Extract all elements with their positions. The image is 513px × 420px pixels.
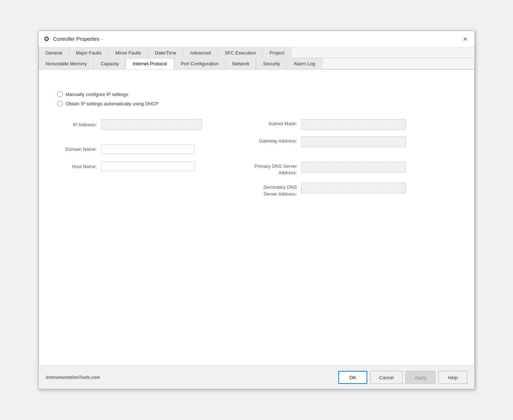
- ip-config-radio-group: Manually configure IP settings Obtain IP…: [57, 91, 456, 106]
- tab-date-time[interactable]: Date/Time: [148, 47, 183, 58]
- app-icon: ⚙: [43, 35, 50, 43]
- gateway-address-row: Gateway Address: · · · · · · ·: [234, 136, 456, 147]
- domain-name-input[interactable]: [101, 144, 195, 154]
- subnet-mask-label: Subnet Mask:: [234, 119, 297, 127]
- ip-dot-4: ·: [194, 122, 195, 127]
- help-button[interactable]: Help: [438, 371, 467, 384]
- action-buttons: OK Cancel Apply Help: [338, 371, 467, 384]
- radio-dhcp-label: Obtain IP settings automatically using D…: [66, 101, 158, 106]
- secondary-dns-row: Secondary DNS Server Address: · · · · · …: [234, 183, 456, 197]
- tab-nonvolatile-memory[interactable]: Nonvolatile Memory: [39, 58, 94, 69]
- tab-network[interactable]: Network: [225, 58, 256, 69]
- branding-text: InstrumentationTools.com: [46, 375, 100, 380]
- tab-alarm-log[interactable]: Alarm Log: [287, 58, 322, 69]
- radio-dhcp[interactable]: Obtain IP settings automatically using D…: [57, 101, 456, 106]
- radio-manual-label: Manually configure IP settings: [66, 92, 128, 97]
- host-name-row: Host Name:: [57, 162, 212, 171]
- primary-dns-input[interactable]: · · · · · · ·: [301, 162, 406, 172]
- domain-name-label: Domain Name:: [57, 146, 97, 152]
- ip-separator-2: ·: [151, 122, 152, 127]
- secondary-dns-input[interactable]: · · · · · · ·: [301, 183, 406, 193]
- tabs-row-1: General Major Faults Minor Faults Date/T…: [39, 47, 474, 58]
- form-section: IP Address: · · · · · · · Domain Name:: [57, 119, 456, 203]
- bottom-bar: InstrumentationTools.com OK Cancel Apply…: [39, 366, 474, 389]
- tab-general[interactable]: General: [39, 47, 69, 58]
- form-left: IP Address: · · · · · · · Domain Name:: [57, 119, 212, 203]
- tab-advanced[interactable]: Advanced: [183, 47, 218, 58]
- host-name-label: Host Name:: [57, 164, 97, 169]
- primary-dns-label: Primary DNS Server Address:: [234, 162, 297, 176]
- gateway-address-label: Gateway Address:: [234, 136, 297, 144]
- subnet-mask-input[interactable]: · · · · · · ·: [301, 119, 406, 130]
- cancel-button[interactable]: Cancel: [370, 371, 403, 384]
- ok-button[interactable]: OK: [338, 371, 367, 384]
- ip-separator-3: ·: [180, 122, 181, 127]
- tabs-container: General Major Faults Minor Faults Date/T…: [39, 47, 474, 70]
- tab-port-configuration[interactable]: Port Configuration: [174, 58, 225, 69]
- subnet-mask-row: Subnet Mask: · · · · · · ·: [234, 119, 456, 130]
- tab-security[interactable]: Security: [256, 58, 287, 69]
- apply-button[interactable]: Apply: [405, 371, 435, 384]
- radio-manual-input[interactable]: [57, 91, 63, 97]
- window-title: Controller Properties ·: [53, 36, 102, 42]
- tabs-row-2: Nonvolatile Memory Capacity Internet Pro…: [39, 58, 474, 69]
- tab-capacity[interactable]: Capacity: [94, 58, 126, 69]
- ip-dot-2: ·: [137, 122, 138, 127]
- primary-dns-row: Primary DNS Server Address: · · · · · · …: [234, 162, 456, 176]
- tab-project[interactable]: Project: [263, 47, 291, 58]
- gateway-address-input[interactable]: · · · · · · ·: [301, 136, 406, 147]
- ip-dot-3: ·: [165, 122, 166, 127]
- radio-manual[interactable]: Manually configure IP settings: [57, 91, 456, 97]
- ip-address-row: IP Address: · · · · · · ·: [57, 119, 212, 130]
- host-name-input[interactable]: [101, 162, 195, 171]
- tab-minor-faults[interactable]: Minor Faults: [109, 47, 148, 58]
- content-area: Manually configure IP settings Obtain IP…: [39, 70, 474, 366]
- controller-properties-window: ⚙ Controller Properties · ✕ General Majo…: [38, 31, 475, 389]
- close-button[interactable]: ✕: [460, 34, 470, 44]
- title-bar: ⚙ Controller Properties · ✕: [39, 31, 474, 47]
- title-bar-left: ⚙ Controller Properties ·: [43, 35, 102, 43]
- ip-address-label: IP Address:: [57, 122, 97, 127]
- radio-dhcp-input[interactable]: [57, 101, 63, 106]
- ip-dot-1: ·: [108, 122, 109, 127]
- form-right: Subnet Mask: · · · · · · · Gateway Addre…: [234, 119, 456, 203]
- ip-separator-1: ·: [122, 122, 123, 127]
- tab-internet-protocol[interactable]: Internet Protocol: [126, 58, 174, 69]
- tab-major-faults[interactable]: Major Faults: [69, 47, 109, 58]
- ip-address-input[interactable]: · · · · · · ·: [101, 119, 202, 130]
- secondary-dns-label: Secondary DNS Server Address:: [234, 183, 297, 197]
- tab-sfc-execution[interactable]: SFC Execution: [218, 47, 263, 58]
- domain-name-row: Domain Name:: [57, 144, 212, 154]
